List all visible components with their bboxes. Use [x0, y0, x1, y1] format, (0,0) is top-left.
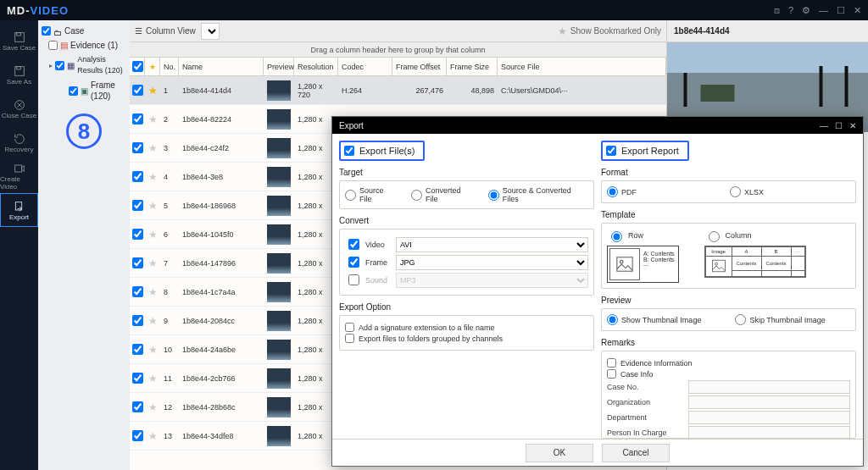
dialog-minimize-icon[interactable]: —: [820, 121, 828, 130]
cell-name: 1b8e44-2cb766: [179, 364, 264, 392]
cell-no: 1: [160, 76, 179, 104]
row-check[interactable]: [132, 315, 143, 326]
cell-preview: [264, 76, 294, 104]
header-codec[interactable]: Codec: [338, 58, 392, 75]
create-video-button[interactable]: Create Video: [0, 159, 38, 193]
tree-frame[interactable]: ▣Frame (120): [40, 78, 128, 103]
star-icon[interactable]: ★: [148, 286, 158, 298]
remarks-evidence[interactable]: Evidence Information: [607, 358, 850, 368]
export-report-toggle[interactable]: Export Report: [601, 141, 689, 161]
export-files-toggle[interactable]: Export File(s): [339, 141, 425, 161]
header-offset[interactable]: Frame Offset: [392, 58, 447, 75]
organization-field[interactable]: [688, 395, 850, 409]
row-check[interactable]: [132, 229, 143, 240]
convert-frame-check[interactable]: Frame: [345, 254, 391, 270]
star-icon[interactable]: ★: [148, 344, 158, 356]
row-check[interactable]: [132, 344, 143, 355]
row-check[interactable]: [132, 85, 143, 96]
camera-icon[interactable]: ⧈: [774, 5, 780, 16]
group-drop-area[interactable]: Drag a column header here to group by th…: [130, 42, 666, 58]
target-converted[interactable]: Converted File: [411, 186, 475, 203]
convert-sound-check[interactable]: Sound: [345, 272, 391, 288]
ok-button[interactable]: OK: [526, 444, 593, 462]
recovery-button[interactable]: Recovery: [0, 125, 38, 159]
header-size[interactable]: Frame Size: [447, 58, 498, 75]
star-icon[interactable]: ★: [148, 171, 158, 183]
format-xlsx[interactable]: XLSX: [730, 186, 764, 197]
cell-source: C:\Users\GMD04\···: [498, 76, 666, 104]
close-case-button[interactable]: Close Case: [0, 91, 38, 125]
tree-root[interactable]: 🗀Case: [40, 24, 128, 38]
caret-icon[interactable]: ▸: [48, 60, 53, 71]
thumbnail-icon: [267, 167, 291, 187]
header-resolution[interactable]: Resolution: [294, 58, 338, 75]
row-check[interactable]: [132, 171, 143, 182]
minimize-icon[interactable]: —: [819, 5, 828, 16]
convert-video-check[interactable]: Video: [345, 236, 391, 252]
template-column-radio[interactable]: Column: [704, 229, 806, 242]
star-icon[interactable]: ★: [148, 200, 158, 212]
row-check[interactable]: [132, 401, 143, 412]
tree-frame-check[interactable]: [69, 86, 78, 96]
row-check[interactable]: [132, 373, 143, 384]
help-icon[interactable]: ?: [788, 5, 793, 16]
star-icon[interactable]: ★: [148, 430, 158, 442]
preview-show[interactable]: Show Thumbnail Image: [607, 314, 701, 325]
case-no-label: Case No.: [607, 383, 683, 391]
table-row[interactable]: ★11b8e44-414d41,280 x 720H.264267,47648,…: [130, 76, 666, 105]
star-icon[interactable]: ★: [148, 315, 158, 327]
cell-name: 1b8e44-24a6be: [179, 335, 264, 363]
target-source[interactable]: Source File: [345, 186, 398, 203]
tree-analysis-check[interactable]: [55, 61, 64, 70]
show-bookmarked-toggle[interactable]: ★Show Bookmarked Only: [558, 25, 661, 37]
convert-frame-format[interactable]: JPG: [396, 255, 588, 270]
close-icon[interactable]: ✕: [854, 5, 861, 16]
star-icon[interactable]: ★: [148, 257, 158, 269]
star-icon[interactable]: ★: [148, 142, 158, 154]
option-folders[interactable]: Export files to folders grouped by chann…: [345, 334, 588, 343]
header-name[interactable]: Name: [179, 58, 264, 75]
dialog-close-icon[interactable]: ✕: [849, 121, 856, 130]
save-as-button[interactable]: Save As: [0, 58, 38, 91]
save-case-button[interactable]: Save Case: [0, 24, 38, 58]
header-preview[interactable]: Preview: [264, 58, 294, 75]
format-pdf[interactable]: PDF: [607, 186, 637, 197]
header-star[interactable]: ★: [145, 58, 160, 75]
export-button[interactable]: Export: [0, 193, 38, 227]
row-check[interactable]: [132, 113, 143, 124]
case-no-field[interactable]: [688, 380, 850, 394]
star-icon[interactable]: ★: [148, 373, 158, 384]
star-icon[interactable]: ★: [148, 401, 158, 413]
tree-root-check[interactable]: [42, 26, 51, 36]
gear-icon[interactable]: ⚙: [802, 5, 810, 16]
star-icon[interactable]: ★: [148, 229, 158, 241]
dialog-maximize-icon[interactable]: ☐: [835, 121, 843, 130]
row-check[interactable]: [132, 286, 143, 297]
header-source[interactable]: Source File: [498, 58, 666, 75]
star-icon[interactable]: ★: [148, 85, 158, 97]
tree-analysis[interactable]: ▸▦Analysis Results (120): [40, 53, 128, 78]
template-row-radio[interactable]: Row: [607, 229, 679, 242]
remarks-caseinfo[interactable]: Case Info: [607, 369, 850, 379]
cell-preview: [264, 249, 294, 277]
tree-evidence[interactable]: ▤Evidence (1): [40, 38, 128, 53]
dialog-titlebar[interactable]: Export — ☐ ✕: [332, 117, 863, 134]
tree-evidence-check[interactable]: [48, 41, 58, 50]
row-check[interactable]: [132, 142, 143, 153]
convert-video-format[interactable]: AVI: [396, 237, 588, 252]
option-signature[interactable]: Add a signature extension to a file name: [345, 323, 588, 332]
header-check[interactable]: [130, 58, 145, 75]
svg-rect-6: [617, 257, 632, 272]
department-field[interactable]: [688, 411, 850, 424]
cancel-button[interactable]: Cancel: [602, 444, 670, 462]
row-check[interactable]: [132, 430, 143, 441]
row-check[interactable]: [132, 257, 143, 268]
maximize-icon[interactable]: ☐: [837, 5, 845, 16]
target-both[interactable]: Source & Converted Files: [488, 186, 588, 203]
header-no[interactable]: No.: [160, 58, 179, 75]
row-check[interactable]: [132, 200, 143, 211]
star-icon[interactable]: ★: [148, 113, 158, 125]
preview-skip[interactable]: Skip Thumbnail Image: [735, 314, 825, 325]
person-field[interactable]: [688, 426, 850, 439]
column-view-select[interactable]: [201, 23, 220, 40]
